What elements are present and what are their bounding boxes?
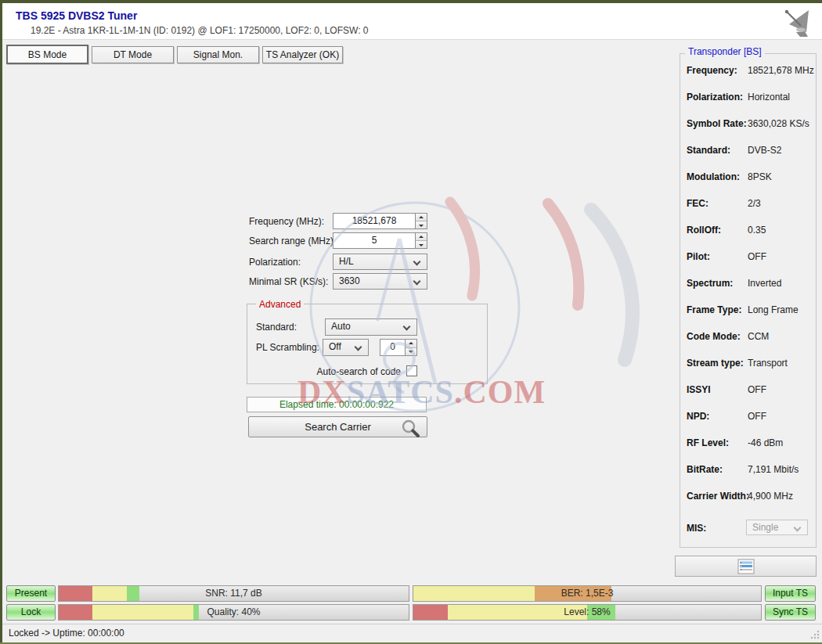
pl-scrambling-select[interactable]: Off — [323, 339, 369, 356]
tp-row-standard: Standard:DVB-S2 — [687, 145, 813, 157]
pl-scrambling-label: PL Scrambling: — [256, 342, 319, 353]
quality-meter-label: Quality: 40% — [59, 605, 409, 620]
tp-row-fec: FEC:2/3 — [687, 198, 813, 210]
tp-row-pilot: Pilot:OFF — [687, 251, 813, 264]
tp-row-frequency: Frequency:18521,678 MHz — [687, 65, 813, 77]
transport-stream-button[interactable] — [675, 556, 817, 577]
minimal-sr-select[interactable]: 3630 — [333, 273, 427, 290]
satellite-subtitle: 19.2E - Astra 1KR-1L-1M-1N (ID: 0192) @ … — [31, 25, 368, 36]
chevron-down-icon — [413, 258, 421, 266]
input-ts-indicator: Input TS — [765, 585, 816, 602]
mis-select: Single — [746, 520, 808, 535]
tp-row-spectrum: Spectrum:Inverted — [687, 278, 813, 290]
spin-down-icon[interactable] — [416, 221, 427, 228]
autosearch-checkbox[interactable] — [406, 365, 417, 376]
polarization-label: Polarization: — [249, 257, 301, 268]
lock-indicator: Lock — [6, 604, 56, 621]
ber-meter-label: BER: 1,5E-3 — [413, 586, 761, 601]
tp-row-issyi: ISSYIOFF — [687, 384, 813, 397]
tuner-window: TBS 5925 DVBS2 Tuner 19.2E - Astra 1KR-1… — [0, 0, 822, 644]
tp-row-symbol-rate: Symbol Rate:3630,028 KS/s — [687, 118, 813, 131]
mis-label: MIS: — [687, 523, 706, 534]
minimal-sr-label: Minimal SR (KS/s): — [249, 276, 328, 287]
spin-down-icon[interactable] — [416, 241, 427, 248]
tp-row-polarization: Polarization:Horizontal — [687, 92, 813, 104]
header: TBS 5925 DVBS2 Tuner 19.2E - Astra 1KR-1… — [2, 3, 822, 40]
satellite-dish-icon — [780, 6, 814, 41]
tp-row-rf-level: RF Level:-46 dBm — [687, 437, 813, 450]
sync-ts-indicator: Sync TS — [765, 604, 816, 621]
spin-up-icon[interactable] — [416, 233, 427, 241]
spin-up-icon[interactable] — [406, 340, 416, 348]
spin-down-icon[interactable] — [406, 348, 416, 356]
autosearch-label: Auto-search of code — [258, 366, 401, 377]
polarization-select[interactable]: H/L — [333, 254, 427, 270]
search-range-label: Search range (MHz): — [249, 236, 336, 246]
window-border-top — [0, 0, 822, 3]
chevron-down-icon — [355, 344, 362, 351]
ber-meter: BER: 1,5E-3 — [413, 585, 762, 602]
standard-label: Standard: — [256, 322, 297, 333]
ts-list-icon — [737, 559, 755, 574]
frequency-spinner[interactable] — [415, 214, 427, 228]
status-bar: Locked -> Uptime: 00:00:00 — [2, 624, 822, 642]
resize-grip[interactable] — [809, 629, 820, 640]
standard-select[interactable]: Auto — [325, 318, 417, 336]
present-indicator: Present — [6, 585, 56, 602]
search-carrier-button[interactable]: Search Carrier — [248, 416, 427, 437]
tab-ts-analyzer[interactable]: TS Analyzer (OK) — [262, 46, 343, 63]
elapsed-time-bar: Elapsed time: 00:00:00:922 — [247, 397, 427, 412]
spin-up-icon[interactable] — [416, 214, 427, 221]
level-meter-label: Level: 58% — [413, 605, 761, 620]
tp-row-stream-type: Stream type:Transport — [687, 358, 813, 370]
pl-code-input[interactable]: 0 — [380, 339, 417, 356]
chevron-down-icon — [794, 524, 802, 532]
window-border-left — [0, 0, 2, 644]
quality-meter: Quality: 40% — [58, 604, 409, 621]
tab-signal-mon[interactable]: Signal Mon. — [177, 46, 259, 63]
snr-meter-label: SNR: 11,7 dB — [59, 586, 409, 601]
tp-row-modulation: Modulation:8PSK — [687, 171, 813, 184]
tab-bs-mode[interactable]: BS Mode — [6, 45, 88, 64]
tp-row-rolloff: RollOff:0.35 — [687, 225, 813, 237]
transponder-title: Transponder [BS] — [685, 46, 765, 57]
tp-row-bitrate: BitRate:7,191 Mbit/s — [687, 464, 813, 477]
magnifier-icon — [401, 419, 420, 438]
page-title: TBS 5925 DVBS2 Tuner — [16, 9, 137, 22]
search-range-input[interactable]: 5 — [333, 232, 427, 249]
level-meter: Level: 58% — [413, 604, 762, 621]
frequency-input[interactable]: 18521,678 — [333, 213, 427, 229]
status-text: Locked -> Uptime: 00:00:00 — [9, 628, 124, 639]
tp-row-npd: NPD:OFF — [687, 411, 813, 423]
advanced-title: Advanced — [256, 299, 304, 310]
snr-meter: SNR: 11,7 dB — [58, 585, 409, 602]
tp-row-carrier-width: Carrier Width:4,900 MHz — [687, 491, 813, 503]
search-range-spinner[interactable] — [415, 233, 427, 248]
tp-row-frame-type: Frame Type:Long Frame — [687, 304, 813, 317]
tp-row-code-mode: Code Mode:CCM — [687, 331, 813, 344]
chevron-down-icon — [403, 323, 411, 331]
tab-dt-mode[interactable]: DT Mode — [92, 46, 174, 63]
pl-code-spinner[interactable] — [405, 340, 416, 355]
chevron-down-icon — [413, 278, 421, 286]
frequency-label: Frequency (MHz): — [249, 216, 324, 227]
